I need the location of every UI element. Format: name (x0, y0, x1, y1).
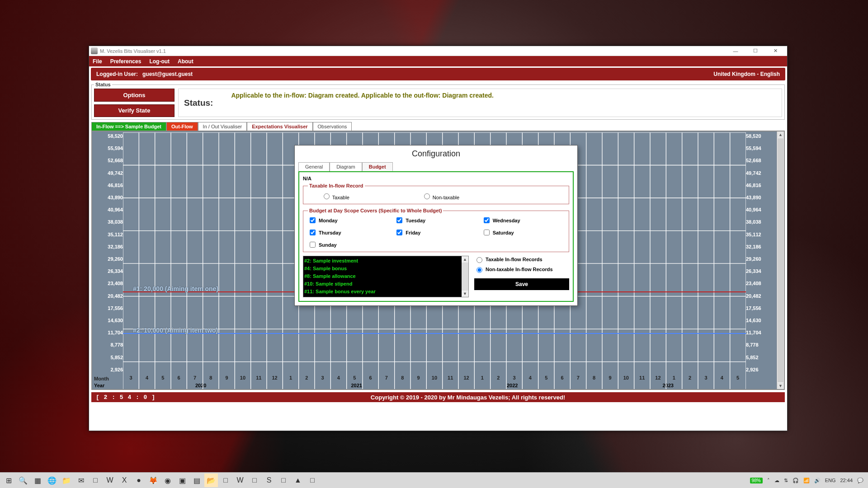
taskbar-app-icon[interactable]: □ (248, 474, 261, 487)
taskbar-app-icon[interactable]: ▤ (190, 474, 203, 487)
scroll-track[interactable] (462, 263, 468, 291)
y-tick-label: 26,334 (746, 268, 775, 274)
tray-clock[interactable]: 22:44 (840, 478, 853, 483)
y-tick-label: 38,038 (94, 219, 123, 225)
y-tick-label: 29,260 (94, 256, 123, 262)
taskbar-app-icon[interactable]: 🔍 (16, 474, 30, 487)
menu-logout[interactable]: Log-out (149, 58, 170, 65)
footer-clock: [ 2 : 5 4 : 0 ] (96, 394, 156, 401)
day-checkbox-mon[interactable]: Monday (308, 216, 390, 225)
titlebar[interactable]: M. Vezelis Bits Visualiser v1.1 — ☐ ✕ (89, 46, 787, 56)
taskbar-app-icon[interactable]: ▣ (175, 474, 189, 487)
filter-taxable-label: Taxable In-flow Records (486, 257, 542, 262)
loggedin-user: guest@guest.guest (142, 71, 193, 77)
taskbar-app-icon[interactable]: 📂 (204, 474, 218, 487)
chart-scrollbar[interactable]: ▲ ▼ (777, 131, 784, 389)
config-tab-diagram[interactable]: Diagram (330, 162, 362, 171)
day-checkbox-input-sun[interactable] (310, 242, 316, 248)
config-tabs: General Diagram Budget (298, 162, 574, 171)
config-budget-panel: N/A Taxable In-flow Record Taxable Non-t… (298, 171, 574, 302)
minimize-button[interactable]: — (726, 47, 745, 56)
y-tick-label: 43,890 (94, 195, 123, 200)
day-checkbox-input-mon[interactable] (310, 217, 316, 223)
taskbar-app-icon[interactable]: W (103, 474, 117, 487)
taskbar-app-icon[interactable]: S (262, 474, 276, 487)
day-checkbox-tue[interactable]: Tuesday (395, 216, 477, 225)
day-checkbox-sun[interactable]: Sunday (308, 240, 390, 249)
y-tick-label: 29,260 (746, 256, 775, 262)
menu-preferences[interactable]: Preferences (110, 58, 142, 65)
day-checkbox-input-tue[interactable] (396, 217, 402, 223)
tray-language[interactable]: ENG (825, 478, 836, 483)
record-listbox[interactable]: #2: Sample investment#4: Sample bonus#8:… (303, 256, 469, 297)
battery-indicator[interactable]: 98% (750, 478, 763, 483)
scroll-thumb[interactable] (778, 138, 783, 382)
tray-cloud-icon[interactable]: ☁ (774, 478, 779, 483)
taskbar-app-icon[interactable]: 🦊 (146, 474, 160, 487)
taskbar-app-icon[interactable]: □ (89, 474, 102, 487)
filter-nontaxable-radio[interactable]: Non-taxable In-flow Records (474, 266, 569, 273)
taxable-radio[interactable]: Taxable (321, 192, 349, 200)
menu-file[interactable]: File (93, 58, 102, 65)
tab-inout-visualiser[interactable]: In / Out Visualiser (198, 122, 247, 131)
configuration-dialog: Configuration General Diagram Budget N/A… (294, 145, 578, 306)
tray-chevron-icon[interactable]: ˄ (767, 478, 770, 483)
verify-state-button[interactable]: Verify State (94, 104, 175, 117)
taskbar-app-icon[interactable]: □ (306, 474, 319, 487)
menu-about[interactable]: About (178, 58, 193, 65)
save-button[interactable]: Save (474, 278, 569, 290)
tab-expectations-visualiser[interactable]: Expectations Visualiser (247, 122, 312, 131)
day-label-sun: Sunday (319, 242, 337, 248)
taskbar-app-icon[interactable]: □ (219, 474, 232, 487)
taskbar-app-icon[interactable]: W (233, 474, 247, 487)
day-checkbox-input-fri[interactable] (396, 230, 402, 235)
tray-speaker-icon[interactable]: 🔊 (814, 478, 821, 483)
tray-wifi-icon[interactable]: 📶 (803, 478, 810, 483)
config-tab-budget[interactable]: Budget (362, 162, 393, 171)
config-tab-general[interactable]: General (298, 162, 330, 171)
list-item[interactable]: #8: Sample allowance (304, 272, 467, 280)
day-checkbox-sat[interactable]: Saturday (482, 228, 564, 237)
taskbar-app-icon[interactable]: □ (277, 474, 290, 487)
taskbar-app-icon[interactable]: 🌐 (45, 474, 59, 487)
day-checkbox-wed[interactable]: Wednesday (482, 216, 564, 225)
day-checkbox-thu[interactable]: Thursday (308, 228, 390, 237)
scroll-up-icon[interactable]: ▲ (777, 131, 784, 138)
tray-network-icon[interactable]: ⇅ (784, 478, 788, 483)
taskbar-app-icon[interactable]: ▦ (31, 474, 44, 487)
taxable-radio-input[interactable] (324, 193, 330, 199)
taskbar-app-icon[interactable]: ⊞ (2, 474, 15, 487)
taskbar-app-icon[interactable]: ● (132, 474, 146, 487)
day-checkbox-input-thu[interactable] (310, 230, 316, 235)
day-checkbox-fri[interactable]: Friday (395, 228, 477, 237)
filter-nontaxable-radio-input[interactable] (476, 267, 482, 273)
taskbar-app-icon[interactable]: ▲ (291, 474, 305, 487)
taskbar-app-icon[interactable]: ◉ (161, 474, 175, 487)
tab-outflow[interactable]: Out-Flow (166, 122, 198, 131)
taskbar-app-icon[interactable]: 📁 (60, 474, 73, 487)
maximize-button[interactable]: ☐ (745, 47, 765, 56)
scroll-up-icon[interactable]: ▲ (462, 256, 468, 263)
tray-notifications-icon[interactable]: 💬 (857, 478, 863, 483)
day-checkbox-input-sat[interactable] (484, 230, 490, 235)
taskbar-app-icon[interactable]: ✉ (74, 474, 88, 487)
list-item[interactable]: #2: Sample investment (304, 257, 467, 265)
scroll-down-icon[interactable]: ▼ (777, 383, 784, 389)
day-checkbox-input-wed[interactable] (484, 217, 490, 223)
nontaxable-radio[interactable]: Non-taxable (422, 192, 459, 200)
list-item[interactable]: #10: Sample stipend (304, 280, 467, 288)
list-item[interactable]: #11: Sample bonus every year (304, 288, 467, 296)
tab-observations[interactable]: Observations (313, 122, 352, 131)
close-button[interactable]: ✕ (765, 47, 785, 56)
options-button[interactable]: Options (94, 89, 175, 102)
tray-audio-icon[interactable]: 🎧 (793, 478, 799, 483)
filter-taxable-radio-input[interactable] (476, 257, 482, 263)
scroll-down-icon[interactable]: ▼ (462, 291, 468, 297)
nontaxable-radio-input[interactable] (424, 193, 430, 199)
listbox-scrollbar[interactable]: ▲ ▼ (462, 256, 468, 297)
tab-inflow[interactable]: In-Flow ==> Sample Budget (91, 122, 166, 131)
taskbar-app-icon[interactable]: X (118, 474, 131, 487)
list-item[interactable]: #4: Sample bonus (304, 265, 467, 272)
filter-taxable-radio[interactable]: Taxable In-flow Records (474, 256, 569, 263)
y-tick-label: 52,668 (94, 158, 123, 163)
